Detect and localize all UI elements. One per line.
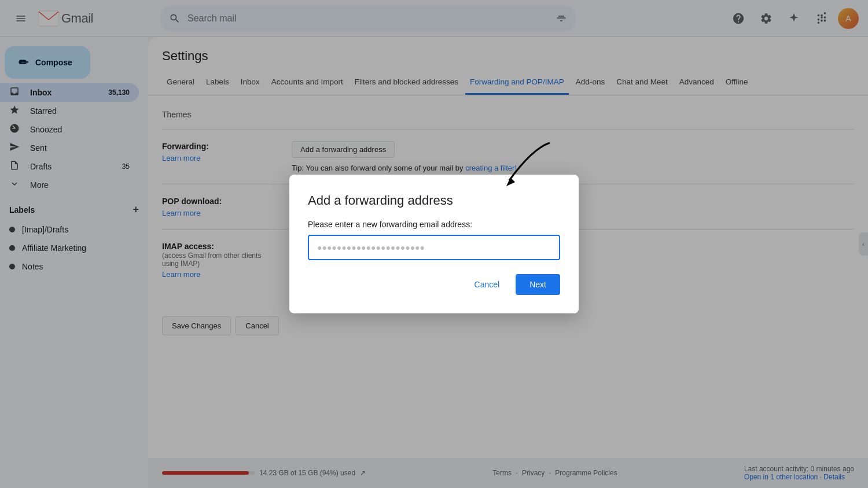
- modal-overlay: Add a forwarding address Please enter a …: [0, 0, 868, 488]
- modal-dialog: Add a forwarding address Please enter a …: [289, 175, 579, 313]
- forwarding-email-input[interactable]: [308, 235, 560, 260]
- svg-marker-1: [506, 178, 515, 186]
- modal-next-button[interactable]: Next: [516, 274, 560, 295]
- modal-title: Add a forwarding address: [308, 193, 560, 208]
- modal-actions: Cancel Next: [308, 274, 560, 295]
- arrow-annotation: [480, 137, 556, 189]
- modal-cancel-button[interactable]: Cancel: [463, 274, 512, 295]
- modal-description: Please enter a new forwarding email addr…: [308, 220, 560, 229]
